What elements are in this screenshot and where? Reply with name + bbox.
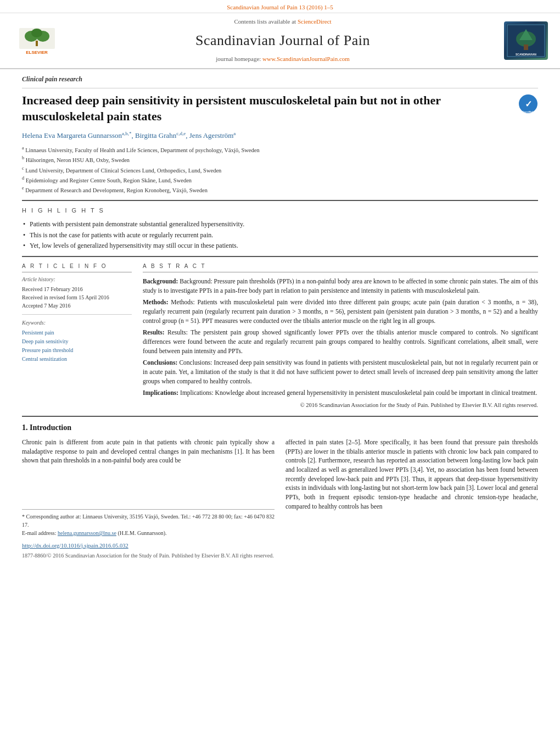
introduction-body: Chronic pain is different from acute pai… — [22, 438, 538, 560]
svg-rect-10 — [524, 44, 528, 50]
authors-line: Helena Eva Margareta Gunnarssona,b,*, Bi… — [22, 130, 538, 141]
highlights-section: H I G H L I G H T S Patients with persis… — [22, 207, 538, 250]
highlights-title: H I G H L I G H T S — [22, 207, 538, 215]
doi-link[interactable]: http://dx.doi.org/10.1016/j.sjpain.2016.… — [22, 543, 128, 549]
affiliation-d: d Epidemiology and Register Centre South… — [22, 175, 538, 185]
keyword-1: Persistent pain — [22, 328, 132, 337]
affiliation-b: b Hälsoringen, Neron HSU AB, Oxby, Swede… — [22, 155, 538, 164]
abstract-background: Background: Background: Pressure pain th… — [143, 277, 538, 295]
journal-homepage-link[interactable]: www.ScandinavianJournalPain.com — [262, 55, 350, 62]
affiliation-c: c Lund University, Department of Clinica… — [22, 165, 538, 175]
keyword-4: Central sensitization — [22, 355, 132, 364]
article-history-label: Article history: — [22, 276, 132, 283]
article-info-title: A R T I C L E I N F O — [22, 263, 132, 272]
divider-thick-2 — [22, 256, 538, 257]
abstract-copyright: © 2016 Scandinavian Association for the … — [143, 401, 538, 409]
keyword-2: Deep pain sensitivity — [22, 337, 132, 346]
crossmark-badge[interactable]: ✓ CrossMark — [518, 94, 538, 114]
keywords-label: Keywords: — [22, 319, 132, 327]
issn-line: 1877-8860/© 2016 Scandinavian Associatio… — [22, 551, 275, 560]
keywords-list: Persistent pain Deep pain sensitivity Pr… — [22, 328, 132, 364]
divider-thick-3 — [22, 416, 538, 417]
divider-thick-1 — [22, 200, 538, 201]
abstract-results: Results: Results: The persistent pain gr… — [143, 328, 538, 355]
footnote-area: * Corresponding author at: Linnaeus Univ… — [22, 509, 275, 560]
abstract-title: A B S T R A C T — [143, 263, 538, 272]
header-center: Contents lists available at ScienceDirec… — [67, 18, 499, 63]
sciencedirect-link[interactable]: ScienceDirect — [298, 18, 332, 25]
highlight-item-2: This is not the case for patients with a… — [22, 231, 538, 240]
affiliations: a Linnaeus University, Faculty of Health… — [22, 145, 538, 194]
article-info-abstract-row: A R T I C L E I N F O Article history: R… — [22, 263, 538, 409]
divider-info — [22, 314, 132, 315]
introduction-col2: affected in pain states [2–5]. More spec… — [285, 438, 538, 560]
journal-logo: SCANDINAVIAN — [504, 21, 548, 60]
affiliation-e: e Department of Research and Development… — [22, 185, 538, 194]
footnote-email: E-mail address: helena.gunnarsson@lnu.se… — [22, 529, 275, 537]
article-title-row: Increased deep pain sensitivity in persi… — [22, 93, 538, 124]
introduction-col1: Chronic pain is different from acute pai… — [22, 438, 275, 560]
section-label: Clinical pain research — [22, 75, 538, 84]
introduction-heading: 1. Introduction — [22, 422, 538, 433]
highlights-list: Patients with persistent pain demonstrat… — [22, 220, 538, 250]
footnote-star: * Corresponding author at: Linnaeus Univ… — [22, 512, 275, 529]
article-history-dates: Received 17 February 2016 Received in re… — [22, 285, 132, 310]
doi-line: http://dx.doi.org/10.1016/j.sjpain.2016.… — [22, 542, 275, 550]
header-area: ELSEVIER Contents lists available at Sci… — [0, 13, 560, 69]
elsevier-logo: ELSEVIER — [14, 25, 60, 55]
abstract-methods: Methods: Methods: Patients with musculos… — [143, 298, 538, 325]
journal-title: Scandinavian Journal of Pain — [195, 31, 370, 51]
abstract-implications: Implications: Implications: Knowledge ab… — [143, 388, 538, 398]
journal-top-bar: Scandinavian Journal of Pain 13 (2016) 1… — [0, 0, 560, 13]
intro-para1: Chronic pain is different from acute pai… — [22, 438, 275, 465]
sciencedirect-line: Contents lists available at ScienceDirec… — [234, 18, 331, 26]
svg-rect-4 — [36, 41, 38, 46]
affiliation-a: a Linnaeus University, Faculty of Health… — [22, 145, 538, 154]
svg-text:✓: ✓ — [525, 99, 532, 109]
header-right: SCANDINAVIAN — [499, 18, 553, 63]
abstract-column: A B S T R A C T Background: Background: … — [143, 263, 538, 409]
header-left: ELSEVIER — [7, 18, 67, 63]
main-content: Clinical pain research Increased deep pa… — [0, 69, 560, 565]
svg-text:CrossMark: CrossMark — [523, 110, 534, 113]
svg-text:ELSEVIER: ELSEVIER — [26, 50, 48, 55]
article-title-text: Increased deep pain sensitivity in persi… — [22, 93, 513, 124]
highlight-item-3: Yet, low levels of generalized hypersens… — [22, 241, 538, 250]
footnote-email-link[interactable]: helena.gunnarsson@lnu.se — [58, 530, 116, 536]
intro-para2: affected in pain states [2–5]. More spec… — [285, 438, 538, 511]
highlight-item-1: Patients with persistent pain demonstrat… — [22, 220, 538, 229]
revised-date: Received in revised form 15 April 2016 — [22, 293, 132, 302]
svg-point-3 — [31, 29, 42, 37]
page: Scandinavian Journal of Pain 13 (2016) 1… — [0, 0, 560, 742]
received-date: Received 17 February 2016 — [22, 285, 132, 293]
abstract-text: Background: Background: Pressure pain th… — [143, 277, 538, 409]
journal-homepage-line: journal homepage: www.ScandinavianJourna… — [216, 55, 350, 63]
divider-1 — [22, 88, 538, 88]
abstract-conclusions: Conclusions: Conclusions: Increased deep… — [143, 358, 538, 386]
keyword-3: Pressure pain threshold — [22, 346, 132, 355]
svg-text:SCANDINAVIAN: SCANDINAVIAN — [516, 53, 536, 56]
article-info-column: A R T I C L E I N F O Article history: R… — [22, 263, 132, 409]
journal-top-citation: Scandinavian Journal of Pain 13 (2016) 1… — [227, 4, 333, 10]
accepted-date: Accepted 7 May 2016 — [22, 302, 132, 310]
